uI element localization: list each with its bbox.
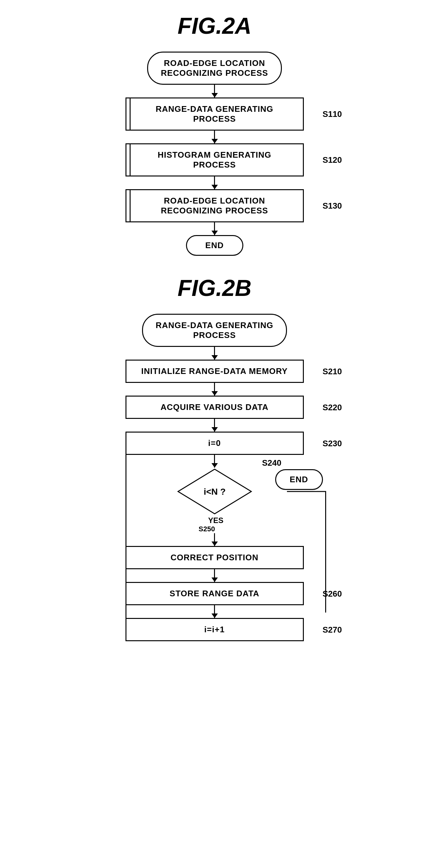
s260-row: STORE RANGE DATA S260 — [125, 582, 304, 605]
s250-box: CORRECT POSITION — [125, 546, 304, 569]
yes-label: YES — [208, 516, 223, 525]
s130-row: ROAD-EDGE LOCATIONRECOGNIZING PROCESS S1… — [125, 189, 304, 222]
s260-label: S260 — [323, 589, 342, 598]
s230-box: i=0 — [125, 432, 304, 455]
fig2b-start: RANGE-DATA GENERATINGPROCESS — [142, 314, 287, 347]
b-arrow-5 — [214, 533, 215, 546]
fig2b-end-wrapper: END — [275, 469, 323, 490]
s250-row: CORRECT POSITION — [125, 546, 304, 569]
s120-row: HISTOGRAM GENERATING PROCESS S120 — [125, 143, 304, 177]
s240-label: S240 — [262, 458, 281, 468]
fig2a-end-row: END — [186, 235, 243, 256]
s120-box: HISTOGRAM GENERATING PROCESS — [125, 143, 304, 177]
b-arrow-1 — [214, 347, 215, 360]
s110-box: RANGE-DATA GENERATING PROCESS — [125, 97, 304, 131]
s250-step-label-top: S250 — [199, 525, 215, 533]
fig2b-section: FIG.2B RANGE-DATA GENERATINGPROCESS INIT… — [19, 275, 410, 490]
arrow-3 — [214, 177, 215, 189]
s270-label: S270 — [323, 625, 342, 634]
fig2a-start-row: ROAD-EDGE LOCATIONRECOGNIZING PROCESS — [147, 52, 282, 85]
s110-label: S110 — [323, 109, 342, 119]
arrow-2 — [214, 131, 215, 143]
s210-row: INITIALIZE RANGE-DATA MEMORY S210 — [125, 360, 304, 383]
arrow-1 — [214, 85, 215, 97]
s210-label: S210 — [323, 366, 342, 376]
b-arrow-3 — [214, 419, 215, 432]
fig2a-start: ROAD-EDGE LOCATIONRECOGNIZING PROCESS — [147, 52, 282, 85]
fig2b-end-container: END — [103, 469, 326, 490]
b-arrow-2 — [214, 383, 215, 396]
s220-label: S220 — [323, 402, 342, 412]
s220-box: ACQUIRE VARIOUS DATA — [125, 396, 304, 419]
fig2b-title: FIG.2B — [177, 275, 251, 301]
b-arrow-4 — [214, 455, 215, 468]
s210-box: INITIALIZE RANGE-DATA MEMORY — [125, 360, 304, 383]
no-branch: NO — [287, 491, 326, 492]
fig2a-end: END — [186, 235, 243, 256]
s130-box: ROAD-EDGE LOCATIONRECOGNIZING PROCESS — [125, 189, 304, 222]
fig2b-flowchart: RANGE-DATA GENERATINGPROCESS INITIALIZE … — [19, 314, 410, 490]
fig2a-flowchart: ROAD-EDGE LOCATIONRECOGNIZING PROCESS RA… — [19, 52, 410, 256]
s130-label: S130 — [323, 201, 342, 211]
fig2a-title: FIG.2A — [177, 13, 251, 39]
s110-row: RANGE-DATA GENERATING PROCESS S110 — [125, 97, 304, 131]
no-hline — [288, 491, 326, 492]
fig2a-section: FIG.2A ROAD-EDGE LOCATIONRECOGNIZING PRO… — [19, 13, 410, 256]
s260-box: STORE RANGE DATA — [125, 582, 304, 605]
s270-box: i=i+1 — [125, 618, 304, 641]
s270-row: i=i+1 S270 — [125, 618, 304, 641]
s230-label: S230 — [323, 438, 342, 448]
s220-row: ACQUIRE VARIOUS DATA S220 — [125, 396, 304, 419]
b-arrow-7 — [214, 605, 215, 618]
fig2b-start-row: RANGE-DATA GENERATINGPROCESS — [142, 314, 287, 347]
arrow-4 — [214, 222, 215, 235]
s120-label: S120 — [323, 155, 342, 165]
s230-row: i=0 S230 — [125, 432, 304, 455]
fig2b-end: END — [275, 469, 323, 490]
b-arrow-6 — [214, 569, 215, 582]
